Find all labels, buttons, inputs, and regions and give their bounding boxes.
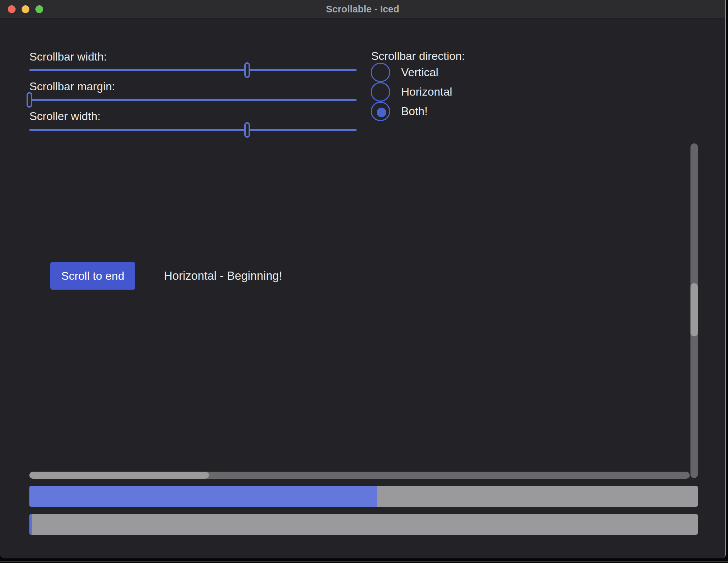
- radio-group-label: Scrollbar direction:: [371, 50, 465, 63]
- radio-label: Both!: [401, 102, 428, 121]
- slider-handle[interactable]: [27, 92, 32, 108]
- slider-rail: [29, 69, 357, 71]
- scrollbar-width-slider[interactable]: [29, 62, 357, 78]
- radio-label: Horizontal: [401, 82, 452, 102]
- horizontal-scrollbar-track[interactable]: [29, 472, 690, 479]
- vertical-scrollbar-track[interactable]: [690, 143, 698, 478]
- radio-circle-icon: [371, 82, 390, 102]
- slider-label-scrollbar-margin: Scrollbar margin:: [29, 80, 115, 93]
- radio-circle-icon: [371, 63, 390, 82]
- window-title: Scrollable - Iced: [0, 0, 725, 18]
- close-button[interactable]: [8, 5, 16, 13]
- horizontal-progress-bar: [29, 486, 698, 507]
- title-bar: Scrollable - Iced: [0, 0, 725, 19]
- radio-option-vertical[interactable]: Vertical: [371, 63, 488, 82]
- vertical-scrollbar-thumb[interactable]: [690, 283, 698, 336]
- slider-handle[interactable]: [244, 62, 250, 78]
- radio-circle-icon: [371, 102, 390, 121]
- radio-option-horizontal[interactable]: Horizontal: [371, 82, 488, 102]
- progress-fill: [29, 486, 377, 507]
- minimize-button[interactable]: [22, 5, 29, 13]
- horizontal-scrollbar-thumb[interactable]: [29, 472, 209, 479]
- progress-fill: [29, 514, 32, 535]
- radio-option-both[interactable]: Both!: [371, 102, 488, 121]
- slider-label-scroller-width: Scroller width:: [29, 110, 101, 123]
- scroll-to-end-button[interactable]: Scroll to end: [50, 262, 135, 290]
- vertical-progress-bar: [29, 514, 698, 535]
- slider-label-scrollbar-width: Scrollbar width:: [29, 50, 107, 63]
- scroller-width-slider[interactable]: [29, 122, 357, 138]
- slider-rail: [29, 99, 357, 101]
- scrollbar-margin-slider[interactable]: [29, 92, 357, 108]
- zoom-button[interactable]: [35, 5, 43, 13]
- radio-label: Vertical: [401, 63, 438, 82]
- background-edge-line: [0, 561, 728, 562]
- slider-handle[interactable]: [244, 122, 250, 138]
- radio-dot-icon: [377, 108, 386, 117]
- app-window: Scrollable - Iced Scrollbar width: Scrol…: [0, 0, 726, 558]
- status-text: Horizontal - Beginning!: [164, 262, 282, 290]
- slider-rail: [29, 129, 357, 131]
